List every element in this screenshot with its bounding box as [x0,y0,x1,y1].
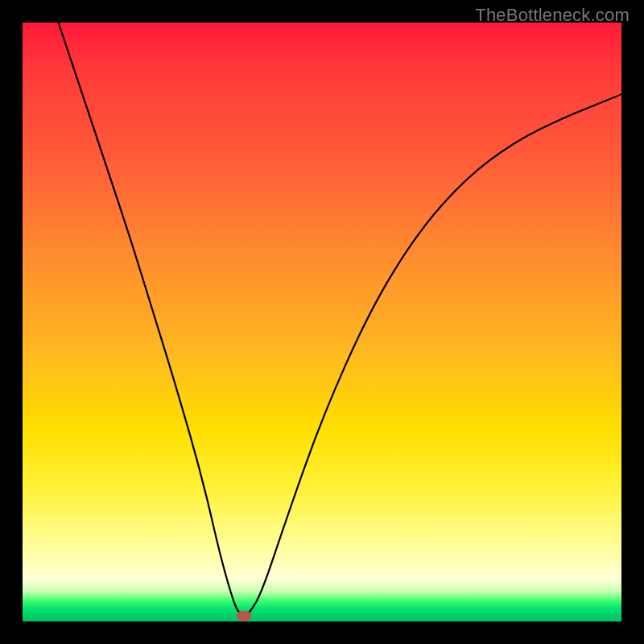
plot-area [23,23,621,621]
bottleneck-curve [23,23,621,621]
minimum-marker [237,611,251,621]
chart-stage: TheBottleneck.com [0,0,644,644]
